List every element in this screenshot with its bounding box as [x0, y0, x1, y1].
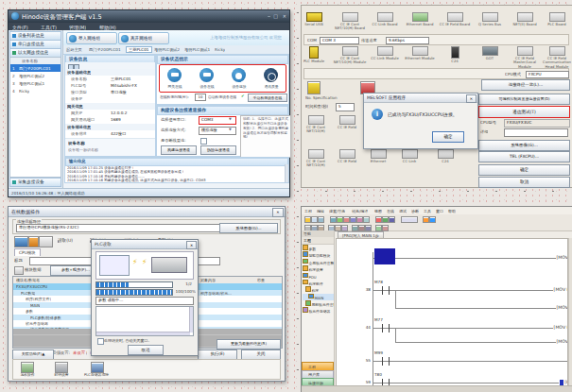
sidebar-item-collect-devices[interactable]: 采集连接设备 [9, 178, 61, 187]
menu-online[interactable]: 在线 [387, 209, 394, 213]
leave-network-button[interactable]: 离开网络组 [118, 32, 169, 44]
ladder-rung[interactable]: [MOV K6 D80] 0 [373, 247, 568, 267]
pc-if-cclink-board[interactable]: CC-Link Board [368, 12, 402, 26]
ok-button[interactable]: 确定 [478, 164, 570, 176]
tab-device-active[interactable]: 三菱PLC01 [126, 46, 152, 53]
menu-file[interactable]: 文件(F) [12, 25, 28, 30]
device-row[interactable]: 3 海得PLC测试1 [10, 79, 61, 87]
hinode-titlebar[interactable]: Hinode设备管理客户端 v1.5 ─ □ ✕ [9, 10, 289, 23]
interval-input[interactable]: 10 [195, 94, 206, 101]
tab-cpu-module[interactable]: CPU模块 [14, 248, 41, 256]
net-ccie-cont-2[interactable]: CC IE Cont NET/10(H) [299, 149, 333, 168]
pc-if-q-bus[interactable]: Q Series Bus [473, 12, 507, 26]
pc-if-ccie-board[interactable]: CC IE Cont NET/10(H) Board [333, 12, 367, 31]
tab-device-1[interactable]: 西门子200PLC01 [89, 47, 121, 52]
radio-read[interactable]: 读取(U) [58, 238, 73, 243]
join-network-button[interactable]: 登入网络组 [66, 32, 117, 44]
menu-manage[interactable]: 管理(M) [69, 25, 86, 30]
close-button[interactable]: 关闭 [241, 349, 281, 360]
menu-convert[interactable]: 转换/编译 [352, 209, 368, 213]
net-ccie-field-2[interactable]: CC IE Field [330, 149, 364, 163]
pc-if-ethernet-board[interactable]: Ethernet Board [403, 12, 437, 26]
property-group[interactable]: 设备基础信息 [65, 69, 155, 76]
listbox-vscroll[interactable] [189, 307, 193, 332]
property-group[interactable]: 网关信息 [65, 103, 155, 110]
menu-tools[interactable]: 工具(T) [41, 25, 57, 30]
prop-value[interactable]: 12.0.0.2 [111, 111, 127, 115]
plc-if-c24[interactable]: C24 [438, 46, 472, 63]
minimize-icon[interactable]: ─ [268, 13, 270, 19]
net-ccie-field[interactable]: CC IE Field [330, 115, 364, 129]
menu-debug[interactable]: 调试 [399, 209, 407, 213]
prop-value[interactable]: 三菱PLC01 [111, 77, 131, 81]
listbox-hscroll[interactable] [96, 332, 190, 335]
tel-button[interactable]: TEL (FXCPU)... [478, 151, 570, 162]
project-tree[interactable]: 参数 智能功能模块 全局软元件注释 程序设置 POU 程序部件 程序 MAIN … [303, 245, 334, 315]
ladder-toolbar-2[interactable] [302, 223, 572, 231]
maximize-icon[interactable]: □ [273, 13, 278, 19]
remove-channel-button[interactable]: 拆除连接通道 [200, 145, 236, 155]
plc-if-ethernet-module[interactable]: Ethernet Module [403, 46, 437, 60]
device-row-selected[interactable]: 1 西门子200PLC01 [10, 64, 61, 72]
tab-device-3[interactable]: 海得PLC测试2 [154, 47, 180, 52]
menu-tools[interactable]: 工具 [424, 209, 431, 213]
menu-edit[interactable]: 编辑 [317, 209, 324, 213]
device-row[interactable]: 2 海得PLC测试2 [10, 72, 61, 79]
nav-section-bar[interactable]: 工程 [302, 237, 334, 245]
plc-if-got[interactable]: GOT [473, 46, 507, 60]
manual-check-button[interactable]: 手动检测设备在线 [248, 94, 287, 103]
pc-if-plc-board[interactable]: PLC Board [540, 12, 572, 26]
ladder-rung[interactable]: 55 M99 K10 (T80) 0 [373, 349, 568, 370]
close-icon[interactable]: ✕ [272, 208, 284, 217]
station-host-icon[interactable] [307, 81, 321, 94]
auto-check-icon[interactable]: ✔ [241, 94, 245, 98]
net-ccie-cont[interactable]: CC IE Cont NET/10(H) [299, 115, 333, 134]
plc-if-ccie-master[interactable]: CC IE Field Master/Local Module [508, 46, 542, 69]
progress-cancel-button[interactable]: 取消 [128, 345, 164, 355]
comm-test-button[interactable]: 通信测试(T) [478, 106, 570, 118]
pc-if-serial-usb[interactable]: Serial USB [297, 12, 331, 26]
menu-diagnostics[interactable]: 诊断 [411, 209, 419, 213]
build-channel-button[interactable]: 构建连接通道 [161, 145, 197, 155]
close-icon[interactable]: ✕ [466, 94, 477, 103]
port-dropdown-icon[interactable]: ▼ [229, 117, 232, 121]
execute-button[interactable]: 执行(E) [198, 349, 237, 360]
ladder-branch[interactable]: [MOV K7 D80] 0 [373, 297, 568, 317]
system-image-button[interactable]: 系统图像(G)... [478, 140, 570, 151]
plc-if-plc-module[interactable]: PLC Module [297, 46, 331, 63]
tab-device-5[interactable]: Ricky [215, 47, 225, 52]
close-icon[interactable]: ✕ [283, 13, 286, 19]
direct-connect-button[interactable]: 可编程控制器直接连接设置(D) [478, 94, 570, 105]
close-icon[interactable]: ✕ [186, 241, 197, 249]
pc-if-net2-board[interactable]: NET(II) Board [508, 12, 542, 26]
net-c24[interactable]: C24 [428, 149, 462, 163]
output-scrollbar[interactable] [285, 164, 288, 182]
mode-dropdown-icon[interactable]: ▼ [229, 128, 232, 131]
prop-value[interactable]: Mitsubishi-FX [111, 83, 137, 88]
net-cclink[interactable]: CC-Link [392, 149, 426, 163]
tab-device-4[interactable]: 海得PLC测试1 [184, 47, 210, 52]
reconnect-checkbox[interactable] [200, 138, 207, 145]
menu-project[interactable]: 工程 [304, 209, 312, 213]
online-titlebar[interactable]: 在线数据操作 ✕ [9, 207, 285, 217]
menu-window[interactable]: 窗口 [436, 209, 443, 213]
auto-close-checkbox[interactable] [97, 338, 104, 345]
prop-value[interactable]: 串口连接 [111, 90, 127, 94]
ladder-vscrollbar[interactable] [568, 238, 572, 386]
ladder-branch[interactable]: [MOV K9 D80] 0 [373, 331, 568, 351]
prop-value[interactable]: 422接口 [111, 131, 126, 136]
plc-if-cclink-module[interactable]: CC-Link Module [368, 46, 402, 60]
menu-view[interactable]: 视图 [374, 209, 382, 213]
plc-if-ccie-module[interactable]: CC IE Cont NET/10(H) Module [333, 46, 367, 65]
plc-read-titlebar[interactable]: PLC读取 ✕ [92, 240, 198, 249]
melsoft-dialog-titlebar[interactable]: MELSOFT 应用程序 ✕ [364, 94, 477, 103]
ladder-rung[interactable]: 59 T80 [RST M99] [373, 371, 568, 386]
menu-help[interactable]: 帮助(H) [99, 25, 116, 30]
pc-if-ccie-field-board[interactable]: CC IE Field Board [438, 12, 472, 26]
progress-listbox[interactable] [95, 306, 194, 336]
property-group[interactable]: 设备描述信息 [65, 124, 155, 130]
prop-value[interactable]: 1689 [111, 117, 121, 122]
plc-if-ccie-head[interactable]: CC IE Field Communication Head Module [540, 46, 572, 69]
menu-help[interactable]: 帮助 [448, 209, 456, 213]
refresh-button[interactable]: 更新为最新的信息(R) [217, 339, 281, 349]
